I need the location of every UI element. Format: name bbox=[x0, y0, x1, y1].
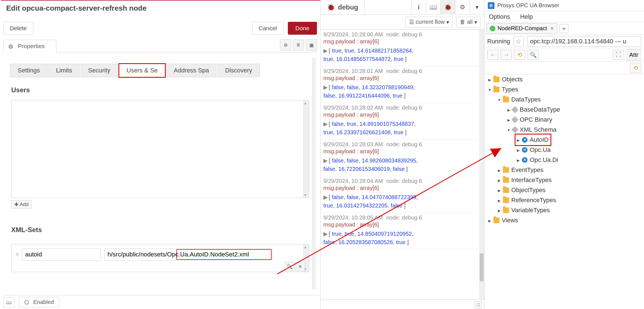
expand-icon[interactable]: ▶ bbox=[323, 48, 328, 54]
tree-node-objects[interactable]: Objects bbox=[487, 74, 644, 84]
debug-message[interactable]: 9/29/2024, 10:28:04 AMnode: debug 6msg.p… bbox=[321, 176, 479, 213]
prosys-connection-tab[interactable]: ✓ NodeRED-Compact × bbox=[487, 23, 557, 34]
tab-settings[interactable]: Settings bbox=[10, 64, 48, 77]
expand-icon[interactable]: ▶ bbox=[323, 231, 328, 237]
xmlset-delete-button[interactable]: ✕ bbox=[295, 262, 305, 271]
filter-current-flow[interactable]: ☰ current flow ▾ bbox=[405, 17, 453, 27]
book-icon-button[interactable]: 📖 bbox=[3, 297, 15, 307]
properties-tab[interactable]: ⚙ Properties bbox=[3, 40, 56, 53]
menu-help[interactable]: Help bbox=[520, 13, 533, 20]
schema-icon: ✕ bbox=[522, 157, 528, 163]
tab-discovery[interactable]: Discovery bbox=[218, 64, 260, 77]
tab-address-space[interactable]: Address Spa bbox=[166, 64, 217, 77]
tab-limits[interactable]: Limits bbox=[48, 64, 80, 77]
tree-node-objecttypes[interactable]: ObjectTypes bbox=[487, 185, 644, 195]
gear-icon-button[interactable]: ⚙ bbox=[455, 0, 470, 15]
tree-caret-icon[interactable] bbox=[516, 138, 521, 142]
tree-caret-icon[interactable] bbox=[516, 158, 521, 162]
close-icon[interactable]: × bbox=[550, 25, 554, 32]
debug-tab[interactable]: 🐞 debug bbox=[321, 0, 365, 15]
tree-caret-icon[interactable] bbox=[497, 178, 502, 183]
tree-node-autoid[interactable]: ✕AutoID bbox=[516, 135, 550, 145]
refresh-button[interactable]: ⟲ bbox=[514, 50, 525, 60]
drag-handle-icon[interactable]: ≡ bbox=[15, 251, 22, 258]
msg-node: node: debug 6 bbox=[386, 214, 422, 221]
tree-caret-icon[interactable] bbox=[497, 208, 502, 213]
tree-node-datatypes[interactable]: DataTypes bbox=[487, 95, 644, 105]
search-button[interactable]: 🔍 bbox=[528, 50, 539, 60]
expand-button[interactable]: ⛶ bbox=[613, 50, 624, 60]
debug-message[interactable]: 9/29/2024, 10:28:02 AMnode: debug 6msg.p… bbox=[321, 103, 479, 140]
tree-caret-icon[interactable] bbox=[506, 128, 511, 132]
tree-caret-icon[interactable] bbox=[497, 168, 502, 173]
caret-down-icon-button[interactable]: ▾ bbox=[470, 0, 484, 15]
tab-security[interactable]: Security bbox=[81, 64, 118, 77]
tree-caret-icon[interactable] bbox=[497, 198, 502, 203]
debug-scrollbar[interactable] bbox=[479, 30, 484, 299]
back-button[interactable]: ← bbox=[487, 50, 498, 60]
users-list[interactable] bbox=[11, 100, 309, 198]
gear-icon-button[interactable]: ⚙ bbox=[280, 39, 291, 51]
tree-node-interfacetypes[interactable]: InterfaceTypes bbox=[487, 175, 644, 185]
debug-scrollbar-thumb[interactable] bbox=[480, 253, 484, 281]
tree-caret-icon[interactable] bbox=[506, 107, 511, 112]
star-icon-button[interactable]: ☆ bbox=[514, 36, 524, 46]
tree-node-opc-ua[interactable]: ✕Opc.Ua bbox=[487, 145, 644, 155]
forward-button[interactable]: → bbox=[501, 50, 512, 60]
doc-icon-button[interactable]: 🗎 bbox=[293, 39, 304, 51]
tree-caret-icon[interactable] bbox=[516, 148, 521, 152]
url-input[interactable]: opc.tcp://192.168.0.114:54840 --- u bbox=[527, 36, 641, 47]
add-tab-button[interactable]: ＋ bbox=[559, 24, 568, 33]
expand-icon[interactable]: ▶ bbox=[323, 194, 328, 200]
expand-icon[interactable]: ▶ bbox=[323, 84, 328, 90]
xmlset-name-input[interactable] bbox=[22, 248, 101, 261]
bug-icon-button[interactable]: 🐞 bbox=[440, 0, 455, 15]
tree-node-views[interactable]: Views bbox=[487, 215, 644, 225]
tree-caret-icon[interactable] bbox=[487, 218, 492, 223]
debug-message[interactable]: 9/29/2024, 10:28:00 AMnode: debug 6msg.p… bbox=[321, 30, 479, 66]
enabled-toggle[interactable]: Enabled bbox=[19, 297, 59, 307]
delete-button[interactable]: Delete bbox=[3, 22, 33, 35]
expand-icon[interactable]: ▶ bbox=[323, 157, 328, 164]
debug-message[interactable]: 9/29/2024, 10:28:01 AMnode: debug 6msg.p… bbox=[321, 66, 479, 103]
tree-caret-icon[interactable] bbox=[506, 117, 511, 122]
xmlset-path-input[interactable] bbox=[104, 248, 272, 261]
msg-array: ▶[ true, true, 14.850409719120952,false,… bbox=[323, 230, 476, 246]
popout-icon-button[interactable]: ◲ bbox=[475, 301, 482, 308]
done-button[interactable]: Done bbox=[288, 22, 317, 35]
caret-down-icon: ▾ bbox=[446, 19, 449, 25]
tree-node-types[interactable]: Types bbox=[487, 84, 644, 95]
address-space-tree[interactable]: ObjectsTypesDataTypesBaseDataTypeOPC Bin… bbox=[487, 74, 644, 309]
debug-message[interactable]: 9/29/2024, 10:28:03 AMnode: debug 6msg.p… bbox=[321, 140, 479, 176]
xmlset-search-button[interactable]: 🔍 bbox=[285, 262, 294, 271]
layout-icon-button[interactable]: ▦ bbox=[306, 39, 317, 51]
expand-icon[interactable]: ▶ bbox=[323, 121, 328, 127]
cancel-button[interactable]: Cancel bbox=[252, 22, 283, 35]
tree-caret-icon[interactable] bbox=[487, 87, 492, 92]
refresh-attr-button[interactable]: ⟲ bbox=[630, 63, 641, 73]
book-icon-button[interactable]: 📖 bbox=[426, 0, 440, 15]
debug-messages[interactable]: 9/29/2024, 10:28:00 AMnode: debug 6msg.p… bbox=[321, 30, 479, 299]
tree-node-referencetypes[interactable]: ReferenceTypes bbox=[487, 195, 644, 205]
users-label: Users bbox=[11, 86, 30, 94]
tree-node-eventtypes[interactable]: EventTypes bbox=[487, 165, 644, 175]
prosys-title-label: Prosys OPC UA Browser bbox=[497, 2, 559, 9]
tree-node-opc-ua-di[interactable]: ✕Opc.Ua.Di bbox=[487, 155, 644, 165]
debug-filter-row: ☰ current flow ▾ 🗑 all ▾ bbox=[321, 15, 484, 30]
tree-node-basedatatype[interactable]: BaseDataType bbox=[487, 105, 644, 115]
tree-caret-icon[interactable] bbox=[487, 77, 492, 82]
tree-caret-icon[interactable] bbox=[497, 188, 502, 193]
filter-all[interactable]: 🗑 all ▾ bbox=[456, 17, 481, 27]
add-user-button[interactable]: ✚ Add bbox=[11, 200, 32, 209]
debug-message[interactable]: 9/29/2024, 10:28:05 AMnode: debug 6msg.p… bbox=[321, 213, 479, 249]
folder-icon bbox=[493, 77, 500, 82]
tree-node-opc-binary[interactable]: OPC Binary bbox=[487, 115, 644, 125]
tree-node-variabletypes[interactable]: VariableTypes bbox=[487, 205, 644, 215]
attributes-tab[interactable]: Attr bbox=[626, 49, 641, 60]
tab-users-sets[interactable]: Users & Se bbox=[119, 64, 165, 77]
info-icon-button[interactable]: i bbox=[411, 0, 426, 15]
tree-node-xml-schema[interactable]: XML Schema bbox=[487, 125, 644, 135]
tree-caret-icon[interactable] bbox=[497, 97, 502, 102]
menu-options[interactable]: Options bbox=[489, 13, 510, 20]
users-scrollbar[interactable] bbox=[303, 100, 309, 198]
